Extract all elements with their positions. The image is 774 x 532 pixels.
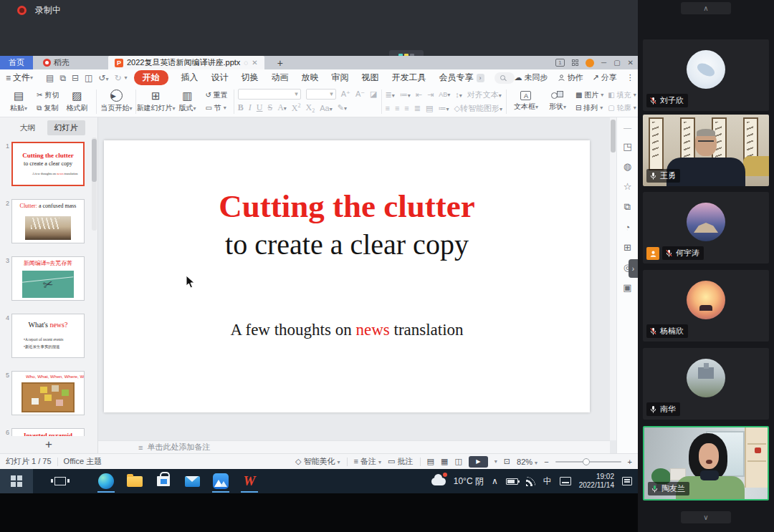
message-center-icon[interactable]: 1 xyxy=(555,59,565,67)
notes-toggle-button[interactable]: ≡ 备注 ▾ xyxy=(354,456,382,467)
font-color-button[interactable]: A▾ xyxy=(277,102,287,113)
to-smartart-button[interactable]: ◇转智能图形▾ xyxy=(454,103,502,114)
fit-slide-icon[interactable]: ⊡ xyxy=(504,457,510,466)
weather-text[interactable]: 10°C 阴 xyxy=(454,475,484,488)
file-menu[interactable]: 文件 xyxy=(13,72,30,84)
panel-tool-icon-1[interactable]: ◳ xyxy=(623,141,631,152)
tab-document[interactable]: P 2022复旦英语新闻编译讲座.pptx ◌ ✕ xyxy=(108,56,264,69)
theme-name[interactable]: Office 主题 xyxy=(64,456,102,467)
thumbnail-4[interactable]: 4 What's news? •A report of recent event… xyxy=(1,314,85,358)
slide-layout-button[interactable]: ▥版式▾ xyxy=(171,90,203,113)
strikethrough-button[interactable]: S xyxy=(267,102,272,113)
battery-icon[interactable] xyxy=(506,478,518,485)
panel-tool-icon-2[interactable]: ◍ xyxy=(624,161,631,172)
decrease-font-icon[interactable]: A⁻ xyxy=(355,90,365,99)
thumbnail-3[interactable]: 3 新闻编译≈去芜存菁 ✂ xyxy=(1,256,85,301)
panel-tool-icon-5[interactable]: ◔ xyxy=(625,222,631,233)
notification-center-icon[interactable] xyxy=(622,477,632,485)
panel-tool-icon-6[interactable]: ⊞ xyxy=(624,242,631,253)
text-direction-icon[interactable]: AB▾ xyxy=(439,91,450,98)
thumbnail-5[interactable]: 5 Who, What, When, Where, Why, How xyxy=(1,371,85,415)
ime-indicator[interactable]: 中 xyxy=(543,475,552,488)
underline-button[interactable]: U xyxy=(257,102,263,113)
zoom-in-button[interactable]: + xyxy=(628,458,632,466)
network-signal-icon[interactable] xyxy=(526,477,535,486)
subscript-button[interactable]: X2 xyxy=(306,102,315,114)
zoom-slider[interactable] xyxy=(555,461,621,463)
menu-tab-devtools[interactable]: 开发工具 xyxy=(392,72,426,84)
font-family-select[interactable]: ▾ xyxy=(238,89,301,100)
menu-tab-view[interactable]: 视图 xyxy=(362,72,379,84)
thumbnail-1[interactable]: 1 Cutting the clutter to create a clear … xyxy=(1,142,85,186)
add-slide-button[interactable]: + xyxy=(0,436,97,453)
strip-expand-chevron-icon[interactable]: › xyxy=(629,259,638,278)
align-left-icon[interactable]: ≡ xyxy=(386,104,390,112)
shapes-button[interactable]: 形状▾ xyxy=(542,91,573,112)
paragraph-spacing-icon[interactable]: ≔▾ xyxy=(438,104,449,113)
export-icon[interactable]: ⧉ xyxy=(59,73,66,83)
arrange-button[interactable]: ⊟排列▾ xyxy=(575,103,603,113)
taskbar-clock[interactable]: 19:02 2022/11/14 xyxy=(579,473,614,490)
menu-tab-review[interactable]: 审阅 xyxy=(332,72,349,84)
menu-tab-insert[interactable]: 插入 xyxy=(181,72,199,84)
play-options-caret-icon[interactable]: ▾ xyxy=(494,458,497,465)
slide-subtitle[interactable]: to create a clear copy xyxy=(104,228,590,261)
zoom-out-button[interactable]: − xyxy=(544,458,548,466)
thumbnail-2[interactable]: 2 Clutter: a confused mass xyxy=(1,199,85,243)
italic-button[interactable]: I xyxy=(249,102,252,113)
bullet-list-icon[interactable]: ≣▾ xyxy=(386,90,395,100)
paste-button[interactable]: ▤粘贴▾ xyxy=(3,90,34,113)
outline-button[interactable]: ▢轮廓▾ xyxy=(608,103,636,113)
taskbar-explorer[interactable] xyxy=(120,469,149,493)
apps-grid-icon[interactable] xyxy=(572,59,578,66)
fill-button[interactable]: ◧填充▾ xyxy=(608,90,636,100)
window-restore-button[interactable]: ▢ xyxy=(613,59,620,67)
participant-tile[interactable]: 杨楠欣 xyxy=(643,270,769,342)
line-spacing-icon[interactable]: ↕▾ xyxy=(455,90,462,99)
hamburger-icon[interactable]: ≡ xyxy=(6,73,10,83)
textbox-button[interactable]: A文本框▾ xyxy=(510,91,542,112)
save-icon[interactable]: ▤ xyxy=(46,73,54,83)
section-button[interactable]: ▭节▾ xyxy=(205,103,227,113)
redo-icon[interactable]: ↻ xyxy=(114,73,121,83)
menu-tab-design[interactable]: 设计 xyxy=(211,72,229,84)
menu-tab-home[interactable]: 开始 xyxy=(134,70,168,85)
window-minimize-button[interactable]: ─ xyxy=(601,59,606,67)
keyboard-layout-icon[interactable] xyxy=(560,477,571,485)
numbered-list-icon[interactable]: ≔▾ xyxy=(400,90,411,100)
participant-tile[interactable]: 何宇涛 xyxy=(643,192,769,263)
distribute-icon[interactable]: ▤ xyxy=(426,104,433,113)
increase-indent-icon[interactable]: ⇥ xyxy=(427,90,434,100)
view-normal-icon[interactable]: ▤ xyxy=(427,457,434,466)
align-center-icon[interactable]: ≡ xyxy=(395,104,399,112)
menu-tab-member[interactable]: 会员专享 xyxy=(439,72,474,84)
participant-tile[interactable]: 王勇 xyxy=(643,115,769,186)
reset-slide-button[interactable]: ↺重置 xyxy=(205,90,227,100)
taskbar-edge[interactable] xyxy=(92,469,120,493)
notes-bar[interactable]: ≡ 单击此处添加备注 xyxy=(98,440,610,453)
tray-expand-icon[interactable]: ∧ xyxy=(492,476,498,486)
new-tab-button[interactable]: + xyxy=(273,56,287,69)
slide-caption[interactable]: A few thoughts on news translation xyxy=(104,321,590,339)
menu-tab-slideshow[interactable]: 放映 xyxy=(302,72,319,84)
view-sorter-icon[interactable]: ▦ xyxy=(441,457,448,466)
align-text-button[interactable]: 对齐文本▾ xyxy=(467,90,502,100)
tab-docer[interactable]: 稻壳 xyxy=(33,56,80,69)
share-button[interactable]: ↗分享 xyxy=(593,72,617,83)
participant-tile[interactable]: 南华 xyxy=(643,348,769,420)
panel-tool-icon-8[interactable]: ▣ xyxy=(623,282,631,293)
print-preview-icon[interactable]: ◫ xyxy=(85,73,92,83)
new-slide-button[interactable]: ⊞新建幻灯片▾ xyxy=(140,90,171,113)
highlight-pen-icon[interactable]: ✎▾ xyxy=(338,103,347,112)
format-painter-button[interactable]: ▨格式刷 xyxy=(61,90,92,113)
bold-button[interactable]: B xyxy=(238,102,244,113)
zoom-level[interactable]: 82% ▾ xyxy=(517,458,538,466)
justify-icon[interactable]: ≣ xyxy=(414,104,421,113)
comments-button[interactable]: ▭ 批注 xyxy=(388,456,413,467)
increase-font-icon[interactable]: A⁺ xyxy=(341,90,350,99)
collaborate-button[interactable]: 协作 xyxy=(558,72,583,83)
beautify-button[interactable]: ◇ 智能美化 ▾ xyxy=(295,456,340,467)
slideshow-play-button[interactable]: ▶ xyxy=(469,456,488,468)
participant-tile-speaking[interactable]: 陶友兰 xyxy=(643,426,769,500)
command-search[interactable] xyxy=(494,72,515,84)
